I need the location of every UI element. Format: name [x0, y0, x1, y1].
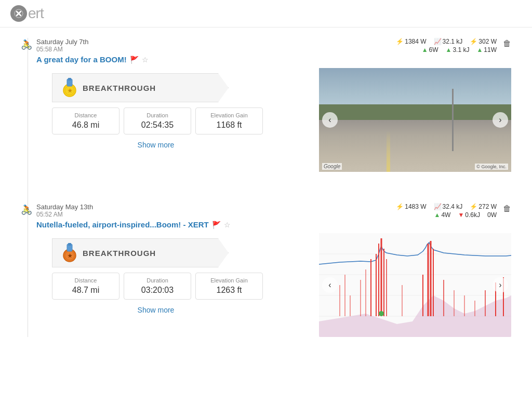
stat-delta-1-value: 6W	[429, 46, 438, 53]
stats-cards-area-2: Distance 48.7 mi Duration 03:20:03 Eleva…	[52, 273, 309, 300]
stat-fitness-value: 32.1 kJ	[443, 38, 463, 45]
activity-stats-right-2: ⚡ 1483 W 📈 32.4 kJ ⚡ 272 W	[396, 203, 497, 220]
activity-streetview-image: Google © Google, Inc. ‹ ›	[319, 68, 511, 172]
distance-label-2: Distance	[61, 277, 111, 284]
activity-details: ★ BREAKTHROUGH Distance 46.8 mi	[36, 68, 309, 155]
activity-title-row-2: Nutella-fueled, airport-inspired...Boom!…	[36, 220, 396, 229]
svg-text:★: ★	[68, 253, 73, 259]
stat-delta-2b-value: 0.6kJ	[465, 211, 480, 219]
activity-stats-right: ⚡ 1384 W 📈 32.1 kJ ⚡ 302 W	[396, 38, 497, 55]
elevation-value: 1168 ft	[204, 120, 254, 130]
svg-text:★: ★	[68, 88, 73, 93]
show-more-button-2[interactable]: Show more	[52, 306, 260, 314]
pole-element	[452, 89, 454, 151]
stats-row-2a: ⚡ 1483 W 📈 32.4 kJ ⚡ 272 W	[396, 203, 497, 210]
activity-panel-2: ★ BREAKTHROUGH Distance 48.7 mi	[36, 233, 511, 337]
duration-label-2: Duration	[132, 277, 182, 284]
activity-panel: ★ BREAKTHROUGH Distance 46.8 mi	[36, 68, 511, 172]
distance-label: Distance	[61, 112, 111, 118]
bolt-icon-1: ⚡	[396, 38, 404, 45]
activity-details-2: ★ BREAKTHROUGH Distance 48.7 mi	[36, 233, 309, 320]
flag-icon[interactable]: 🚩	[130, 56, 139, 64]
stat-fitness-2: 📈 32.4 kJ	[434, 203, 463, 210]
elevation-value-2: 1263 ft	[204, 286, 254, 295]
duration-card-2: Duration 03:20:03	[124, 273, 191, 300]
medal-icon: ★	[61, 78, 78, 98]
carousel-prev-button-2[interactable]: ‹	[322, 277, 338, 293]
duration-card: Duration 02:54:35	[124, 107, 191, 134]
star-icon[interactable]: ☆	[142, 56, 149, 64]
stat-delta-3-value: 11W	[484, 46, 497, 53]
svg-point-41	[379, 311, 384, 316]
distance-card-2: Distance 48.7 mi	[52, 273, 119, 300]
trend-icon-2: 📈	[434, 203, 442, 210]
stat-delta-2c-value: 0W	[487, 211, 497, 219]
google-watermark: Google	[322, 163, 342, 170]
elevation-label: Elevation Gain	[204, 112, 254, 118]
distance-card: Distance 46.8 mi	[52, 107, 119, 134]
star-icon-2[interactable]: ☆	[224, 221, 231, 229]
stat-max-power-value: 1384 W	[405, 38, 426, 45]
breakthrough-banner: ★ BREAKTHROUGH	[52, 73, 229, 102]
carousel-next-button[interactable]: ›	[493, 112, 508, 128]
elevation-card: Elevation Gain 1168 ft	[195, 107, 263, 134]
stat-delta-2-value: 3.1 kJ	[453, 46, 469, 53]
activity-time: 05:58 AM	[36, 46, 396, 53]
up-icon-2a: ▲	[434, 211, 441, 219]
stat-delta-2: ▲ 3.1 kJ	[446, 46, 470, 53]
trash-icon[interactable]: 🗑	[503, 39, 511, 48]
stat-delta-2a: ▲ 4W	[434, 211, 451, 219]
svg-rect-7	[68, 78, 71, 80]
logo-x-badge	[10, 5, 27, 22]
trash-icon-2[interactable]: 🗑	[503, 204, 511, 213]
trend-icon-1: 📈	[434, 38, 442, 45]
activity-chart-image: ‹ ›	[319, 233, 511, 337]
streetview-background	[319, 68, 511, 172]
activity-meta: Saturday July 7th 05:58 AM A great day f…	[36, 38, 396, 64]
stat-delta-1: ▲ 6W	[422, 46, 438, 53]
distance-value-2: 48.7 mi	[61, 286, 111, 295]
stat-delta-3: ▲ 11W	[476, 46, 497, 53]
activity-title-link[interactable]: A great day for a BOOM!	[36, 55, 127, 64]
up-icon-3: ▲	[476, 46, 483, 53]
bolt-icon-2: ⚡	[470, 38, 477, 45]
stat-delta-2b: ▼ 0.6kJ	[458, 211, 480, 219]
flag-icon-2[interactable]: 🚩	[212, 221, 221, 229]
carousel-next-button-2[interactable]: ›	[493, 277, 508, 293]
sky-element	[319, 68, 511, 110]
app-logo[interactable]: ert	[10, 5, 44, 22]
show-more-button[interactable]: Show more	[52, 141, 260, 149]
app-header: ert	[0, 0, 532, 28]
breakthrough-label: BREAKTHROUGH	[83, 84, 156, 92]
down-icon-2b: ▼	[458, 211, 464, 219]
stat-fitness-2-value: 32.4 kJ	[443, 203, 463, 210]
stat-power-2-value: 302 W	[478, 38, 497, 45]
stat-power-2: ⚡ 302 W	[470, 38, 497, 45]
medal-icon-2: ★	[61, 243, 78, 263]
up-icon-2: ▲	[446, 46, 452, 53]
breakthrough-banner-2: ★ BREAKTHROUGH	[52, 238, 229, 267]
activity-time-2: 05:52 AM	[36, 211, 396, 218]
activity-meta-2: Saturday May 13th 05:52 AM Nutella-fuele…	[36, 203, 396, 229]
duration-value-2: 03:20:03	[132, 286, 182, 295]
elevation-card-2: Elevation Gain 1263 ft	[195, 273, 263, 300]
activity-title-link-2[interactable]: Nutella-fueled, airport-inspired...Boom!…	[36, 220, 209, 229]
main-content: 🚴 Saturday July 7th 05:58 AM A great day…	[0, 28, 532, 363]
activity-date: Saturday July 7th	[36, 38, 396, 46]
elevation-label-2: Elevation Gain	[204, 277, 254, 284]
carousel-prev-button[interactable]: ‹	[322, 112, 338, 128]
road-line-left	[387, 130, 390, 172]
stat-power-2b: ⚡ 272 W	[470, 203, 497, 210]
stat-delta-2c: 0W	[487, 211, 497, 219]
activity-entry-2: 🚴 Saturday May 13th 05:52 AM Nutella-fue…	[21, 203, 511, 337]
stat-delta-2a-value: 4W	[441, 211, 450, 219]
bike-icon-2: 🚴	[21, 204, 32, 215]
bolt-icon-2b: ⚡	[470, 203, 477, 210]
stats-row-1: ⚡ 1384 W 📈 32.1 kJ ⚡ 302 W	[396, 38, 497, 45]
stat-max-power: ⚡ 1384 W	[396, 38, 426, 45]
entry-separator	[21, 187, 511, 203]
stats-cards-area: Distance 46.8 mi Duration 02:54:35 Eleva…	[52, 107, 309, 134]
google-copyright: © Google, Inc.	[475, 164, 508, 170]
stat-fitness: 📈 32.1 kJ	[434, 38, 463, 45]
duration-value: 02:54:35	[132, 120, 182, 130]
